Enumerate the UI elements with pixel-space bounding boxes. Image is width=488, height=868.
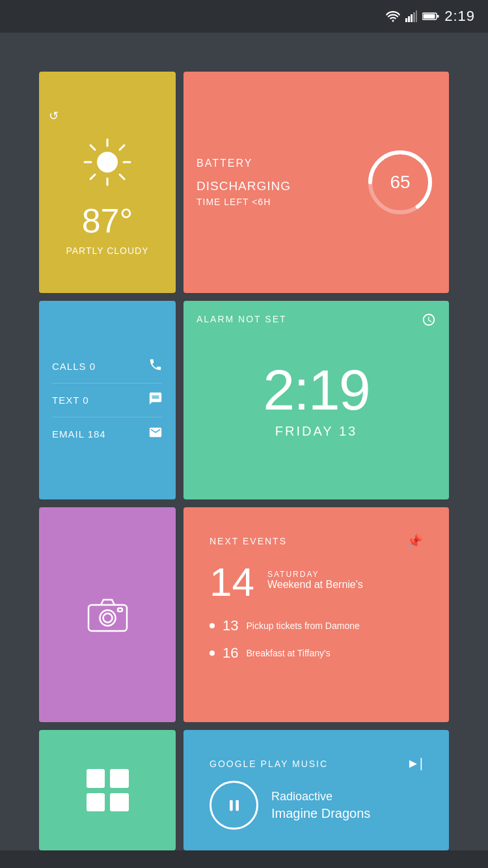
music-content: Radioactive Imagine Dragons: [197, 781, 436, 830]
camera-tile[interactable]: [39, 507, 176, 722]
grid-cell-4: [110, 793, 129, 812]
sun-icon: [81, 136, 133, 188]
music-info: Radioactive Imagine Dragons: [271, 790, 370, 821]
svg-point-21: [103, 613, 112, 623]
email-icon: [148, 425, 163, 443]
svg-rect-1: [408, 16, 410, 22]
calls-row: CALLS 0: [52, 357, 163, 375]
weather-refresh-icon: ↺: [49, 109, 59, 123]
main-event: 14 SATURDAY Weekend at Bernie's: [197, 559, 436, 612]
svg-rect-7: [424, 14, 435, 19]
sub-event-1: 16 Breakfast at Tiffany's: [197, 639, 436, 667]
sub-event-0-title: Pickup tickets from Damone: [246, 621, 359, 631]
grid-cell-3: [87, 793, 105, 812]
svg-point-20: [100, 610, 115, 626]
status-icons: 2:19: [386, 8, 475, 25]
phone-icon: [148, 357, 163, 375]
sub-event-0-day: 13: [223, 617, 238, 634]
bullet-1: [210, 651, 215, 656]
events-tile[interactable]: NEXT EVENTS 📌 14 SATURDAY Weekend at Ber…: [183, 507, 449, 722]
pause-button[interactable]: [210, 781, 258, 830]
sub-event-1-title: Breakfast at Tiffany's: [246, 648, 330, 658]
svg-point-16: [97, 152, 118, 173]
event-day-name: SATURDAY: [267, 570, 363, 579]
status-time: 2:19: [444, 8, 475, 25]
weather-description: PARTLY CLOUDY: [66, 245, 148, 256]
text-label: TEXT 0: [52, 395, 89, 406]
svg-line-15: [90, 175, 95, 179]
grid-cell-1: [87, 769, 105, 788]
svg-rect-3: [413, 12, 415, 22]
bottom-nav: [0, 850, 488, 868]
event-main-info: SATURDAY Weekend at Bernie's: [267, 562, 363, 591]
notifications-tile[interactable]: CALLS 0 TEXT 0 EMAIL 184: [39, 301, 176, 499]
apps-grid-icon: [87, 769, 129, 811]
svg-line-12: [90, 145, 95, 150]
svg-line-14: [120, 145, 124, 150]
svg-rect-24: [236, 800, 239, 810]
battery-time-left: TIME LEFT <6H: [197, 197, 291, 207]
pin-icon: 📌: [407, 533, 423, 549]
svg-rect-22: [118, 608, 122, 611]
alarm-icon: [422, 313, 436, 330]
apps-tile[interactable]: [39, 730, 176, 850]
clock-tile[interactable]: ALARM NOT SET 2:19 FRIDAY 13: [183, 301, 449, 499]
svg-rect-23: [230, 800, 233, 810]
music-tile[interactable]: GOOGLE PLAY MUSIC ►| Radioactive Imagine…: [183, 730, 449, 850]
status-bar: 2:19: [0, 0, 488, 33]
music-next-icon[interactable]: ►|: [407, 756, 423, 771]
weather-tile[interactable]: ↺ 87° PARTLY CLOUDY: [39, 72, 176, 293]
main-grid: ↺ 87° PARTLY CLOUDY BATTERY DISCHARGING …: [0, 33, 488, 850]
email-label: EMAIL 184: [52, 428, 106, 440]
events-label: NEXT EVENTS: [210, 536, 287, 546]
grid-cell-2: [110, 769, 129, 788]
text-row: TEXT 0: [52, 391, 163, 409]
email-row: EMAIL 184: [52, 425, 163, 443]
clock-date: FRIDAY 13: [275, 424, 357, 439]
battery-circle: 65: [364, 147, 436, 218]
signal-icon: [405, 10, 417, 22]
battery-info: BATTERY DISCHARGING TIME LEFT <6H: [197, 158, 291, 207]
music-song: Radioactive: [271, 790, 370, 804]
calls-label: CALLS 0: [52, 361, 96, 372]
clock-time: 2:19: [263, 361, 369, 419]
battery-percent: 65: [390, 172, 410, 193]
bullet-0: [210, 623, 215, 628]
sub-event-1-day: 16: [223, 645, 238, 662]
svg-line-13: [120, 175, 124, 179]
svg-rect-4: [416, 10, 417, 22]
battery-status: DISCHARGING: [197, 179, 291, 193]
camera-icon: [87, 594, 129, 636]
sms-icon: [148, 391, 163, 409]
sub-event-0: 13 Pickup tickets from Damone: [197, 612, 436, 639]
svg-rect-6: [437, 15, 439, 18]
battery-status-icon: [422, 12, 439, 21]
music-label: GOOGLE PLAY MUSIC: [210, 759, 328, 769]
event-main-day: 14: [210, 562, 254, 602]
alarm-label: ALARM NOT SET: [197, 314, 287, 324]
event-main-title: Weekend at Bernie's: [267, 579, 363, 591]
svg-rect-0: [405, 18, 407, 22]
events-header: NEXT EVENTS 📌: [197, 520, 436, 559]
battery-tile[interactable]: BATTERY DISCHARGING TIME LEFT <6H 65: [183, 72, 449, 293]
music-artist: Imagine Dragons: [271, 806, 370, 821]
weather-temperature: 87°: [82, 201, 133, 240]
battery-label: BATTERY: [197, 158, 291, 169]
svg-rect-2: [411, 14, 413, 22]
wifi-icon: [386, 10, 400, 22]
music-header: GOOGLE PLAY MUSIC ►|: [197, 743, 436, 781]
